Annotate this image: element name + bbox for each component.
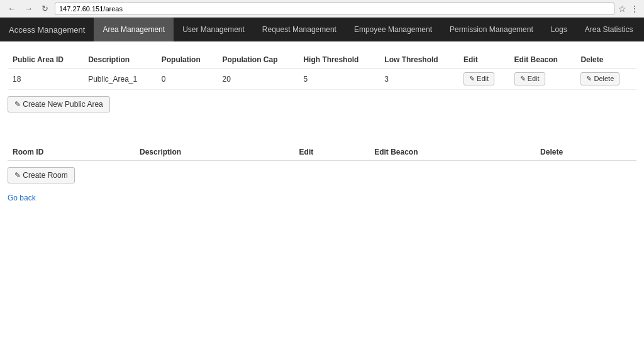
delete-cell: ✎ Delete: [575, 68, 636, 90]
population-cap-cell: 20: [217, 68, 298, 90]
nav-item-area-management[interactable]: Area Management: [94, 18, 174, 41]
high-threshold-cell: 5: [298, 68, 379, 90]
col-room-edit-beacon: Edit Beacon: [369, 144, 535, 161]
main-content: Public Area ID Description Population Po…: [0, 41, 644, 212]
low-threshold-cell: 3: [379, 68, 458, 90]
nav-item-request-management[interactable]: Request Management: [253, 18, 345, 41]
description-cell: Public_Area_1: [83, 68, 157, 90]
col-low-threshold: Low Threshold: [379, 52, 458, 68]
nav-item-permission-management[interactable]: Permission Management: [441, 18, 542, 41]
nav-item-user-management[interactable]: User Management: [174, 18, 253, 41]
room-table: Room ID Description Edit Edit Beacon Del…: [8, 144, 636, 161]
edit-beacon-cell: ✎ Edit: [509, 68, 576, 90]
edit-beacon-button[interactable]: ✎ Edit: [514, 72, 545, 85]
forward-button[interactable]: →: [22, 3, 35, 14]
nav-item-employee-management[interactable]: Empoyee Management: [345, 18, 441, 41]
col-public-area-id: Public Area ID: [8, 52, 83, 68]
bookmark-icon: ☆: [618, 4, 626, 14]
table-row: 18 Public_Area_1 0 20 5 3 ✎ Edit ✎ Edit …: [8, 68, 636, 90]
col-room-description: Description: [135, 144, 294, 161]
browser-bar: ← → ↻ ☆ ⋮: [0, 0, 644, 18]
nav-item-area-statistics[interactable]: Area Statistics: [576, 18, 642, 41]
col-population: Population: [157, 52, 218, 68]
col-description: Description: [83, 52, 157, 68]
browser-icons: ☆ ⋮: [618, 4, 639, 14]
col-population-cap: Population Cap: [217, 52, 298, 68]
col-room-delete: Delete: [535, 144, 636, 161]
edit-cell: ✎ Edit: [458, 68, 509, 90]
create-public-area-button[interactable]: ✎ Create New Public Area: [8, 96, 110, 112]
logout-button[interactable]: ⏻: [641, 18, 644, 41]
nav-item-logs[interactable]: Logs: [542, 18, 576, 41]
create-room-button[interactable]: ✎ Create Room: [8, 167, 75, 183]
col-delete: Delete: [575, 52, 636, 68]
nav-brand: Access Management: [0, 18, 94, 41]
col-edit: Edit: [458, 52, 509, 68]
refresh-button[interactable]: ↻: [39, 3, 51, 14]
col-high-threshold: High Threshold: [298, 52, 379, 68]
area-id-cell: 18: [8, 68, 83, 90]
population-cell: 0: [157, 68, 218, 90]
menu-icon: ⋮: [630, 4, 639, 14]
col-room-edit: Edit: [294, 144, 370, 161]
edit-button[interactable]: ✎ Edit: [464, 72, 494, 85]
address-bar[interactable]: [55, 3, 614, 15]
go-back-link[interactable]: Go back: [8, 194, 36, 202]
col-edit-beacon: Edit Beacon: [509, 52, 576, 68]
delete-button[interactable]: ✎ Delete: [580, 72, 619, 85]
col-room-id: Room ID: [8, 144, 135, 161]
top-nav: Access Management Area Management User M…: [0, 18, 644, 41]
back-button[interactable]: ←: [5, 3, 18, 14]
public-area-table: Public Area ID Description Population Po…: [8, 52, 636, 90]
